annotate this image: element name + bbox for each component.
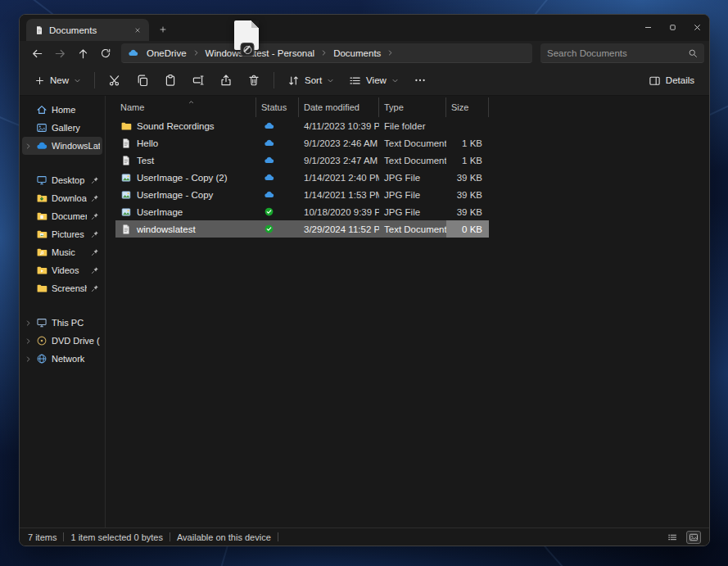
sidebar-item-label: Home (52, 105, 100, 115)
drag-ghost (234, 20, 260, 57)
view-button[interactable]: View (342, 69, 405, 92)
chevron-right-icon (320, 49, 328, 57)
file-row-userimage[interactable]: UserImage 10/18/2020 9:39 PM JPG File 39… (115, 203, 489, 220)
text-document-icon (120, 224, 132, 235)
sort-button[interactable]: Sort (281, 69, 341, 92)
pin-icon (91, 230, 99, 238)
chevron-down-icon (391, 77, 399, 84)
documents-icon (36, 211, 47, 222)
sidebar-item-screenshots[interactable]: Screenshots (22, 279, 102, 297)
forward-button[interactable] (49, 43, 70, 63)
share-button[interactable] (213, 69, 239, 92)
file-row-userimage-copy-2[interactable]: UserImage - Copy (2) 1/14/2021 2:40 PM J… (115, 169, 489, 186)
expand-chevron-icon[interactable] (25, 337, 32, 345)
file-row-hello[interactable]: Hello 9/1/2023 2:46 AM Text Document 1 K… (115, 134, 489, 152)
details-pane-button[interactable]: Details (642, 69, 701, 92)
refresh-button[interactable] (95, 43, 116, 63)
music-icon (36, 247, 47, 258)
sidebar-item-pictures[interactable]: Pictures (22, 225, 102, 243)
status-cloud-icon (264, 138, 274, 148)
navigation-bar: OneDrive WindowsLatest - Personal Docume… (20, 41, 709, 66)
view-list-icon (349, 75, 361, 87)
sidebar-item-label: DVD Drive (D:) CCC (52, 336, 100, 346)
back-button[interactable] (26, 43, 47, 63)
sidebar-item-label: This PC (52, 318, 100, 328)
sidebar-item-desktop[interactable]: Desktop (22, 171, 102, 189)
videos-icon (36, 265, 47, 276)
column-header-status[interactable]: Status (256, 97, 299, 117)
delete-button[interactable] (241, 69, 267, 92)
sidebar-item-this-pc[interactable]: This PC (22, 314, 102, 332)
file-type: File folder (379, 117, 446, 134)
sidebar-item-onedrive-windowslatest[interactable]: WindowsLatest - Personal (22, 137, 102, 155)
no-drop-badge (241, 43, 255, 57)
tab-close-button[interactable] (130, 23, 145, 38)
breadcrumb-item-onedrive[interactable]: OneDrive (143, 48, 190, 59)
new-tab-button[interactable] (152, 20, 174, 39)
new-button[interactable]: New (28, 69, 88, 92)
close-button[interactable] (685, 15, 709, 40)
details-view-toggle[interactable] (665, 531, 680, 544)
no-drop-icon (243, 46, 251, 54)
downloads-icon (36, 192, 47, 204)
file-name: Test (137, 156, 154, 165)
details-pane-icon (649, 75, 661, 87)
column-header-size[interactable]: Size (446, 97, 489, 117)
search-icon[interactable] (688, 48, 698, 58)
chevron-down-icon (327, 77, 334, 84)
view-button-label: View (366, 75, 387, 85)
image-file-icon (120, 189, 132, 201)
up-button[interactable] (72, 43, 93, 63)
folder-icon (120, 120, 132, 132)
items-count: 7 items (28, 532, 57, 542)
sidebar-item-network[interactable]: Network (22, 350, 102, 368)
command-bar: New Sort View (20, 66, 709, 96)
file-row-sound-recordings[interactable]: Sound Recordings 4/11/2023 10:39 PM File… (115, 117, 489, 134)
status-cloud-icon (264, 189, 274, 200)
sidebar-item-downloads[interactable]: Downloads (22, 189, 102, 207)
pin-icon (91, 248, 99, 256)
sidebar-item-label: Screenshots (52, 283, 87, 293)
details-button-label: Details (666, 75, 694, 85)
file-row-test[interactable]: Test 9/1/2023 2:47 AM Text Document 1 KB (115, 152, 489, 169)
expand-chevron-icon[interactable] (25, 319, 32, 327)
explorer-tab-documents[interactable]: Documents (26, 19, 149, 41)
cut-button[interactable] (102, 69, 128, 92)
address-bar[interactable]: OneDrive WindowsLatest - Personal Docume… (121, 43, 532, 63)
file-row-windowslatest-selected[interactable]: windowslatest 3/29/2024 11:52 PM Text Do… (115, 220, 489, 238)
minimize-button[interactable] (635, 15, 660, 40)
column-header-type[interactable]: Type (379, 97, 446, 117)
expand-chevron-icon[interactable] (25, 355, 32, 363)
expand-chevron-icon[interactable] (25, 143, 32, 150)
text-document-icon (120, 155, 132, 166)
sidebar-item-dvd-drive[interactable]: DVD Drive (D:) CCC (22, 332, 102, 350)
sidebar-item-gallery[interactable]: Gallery (22, 119, 102, 137)
column-header-name[interactable]: Name (115, 97, 256, 117)
maximize-button[interactable] (660, 15, 685, 40)
thumbnail-view-toggle[interactable] (686, 531, 701, 544)
file-size: 1 KB (446, 134, 489, 152)
paste-button[interactable] (157, 69, 183, 92)
copy-button[interactable] (129, 69, 156, 92)
selection-info: 1 item selected 0 bytes (70, 532, 163, 542)
sidebar-item-documents[interactable]: Documents (22, 207, 102, 225)
sidebar-item-home[interactable]: Home (22, 101, 102, 119)
sort-icon (287, 75, 300, 87)
file-name: Sound Recordings (137, 121, 215, 131)
plus-icon (34, 75, 45, 86)
status-cloud-icon (264, 172, 274, 183)
breadcrumb-item-documents[interactable]: Documents (330, 48, 384, 59)
column-header-label: Name (120, 102, 144, 112)
file-row-userimage-copy[interactable]: UserImage - Copy 1/14/2021 1:53 PM JPG F… (115, 186, 489, 203)
desktop: Documents OneDrive WindowsLatest - Perso… (0, 0, 728, 566)
column-header-date-modified[interactable]: Date modified (299, 97, 379, 117)
sidebar-item-music[interactable]: Music (22, 243, 102, 261)
search-input[interactable] (547, 48, 683, 58)
rename-button[interactable] (185, 69, 211, 92)
more-options-button[interactable] (407, 69, 433, 92)
pin-icon (91, 176, 99, 184)
toolbar-divider (274, 72, 274, 88)
file-size: 0 KB (446, 220, 489, 238)
file-size: 39 KB (446, 169, 489, 186)
sidebar-item-videos[interactable]: Videos (22, 261, 102, 279)
